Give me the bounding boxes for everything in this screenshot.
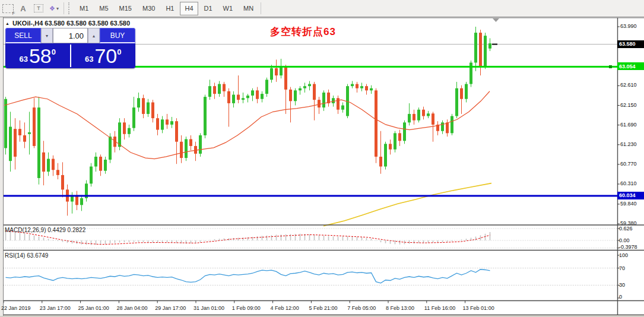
timeframe-buttons: M1M5M15M30H1H4D1W1MN — [74, 2, 259, 15]
timeframe-button-mn[interactable]: MN — [239, 2, 258, 15]
rsi-indicator-label: RSI(14) 63.6749 — [5, 252, 48, 259]
price-axis-tick: 60.310 — [620, 180, 637, 186]
time-axis-label: 13 Feb 01:00 — [463, 305, 494, 311]
timeframe-button-d1[interactable]: D1 — [199, 2, 217, 15]
resistance-price-tag: 63.054 — [617, 62, 644, 70]
timeframe-button-h1[interactable]: H1 — [161, 2, 179, 15]
time-axis-label: 29 Jan 17:00 — [155, 305, 186, 311]
time-axis-label: 7 Feb 05:00 — [347, 305, 376, 311]
rsi-axis-tick: 70 — [619, 265, 625, 271]
sell-button[interactable]: SELL — [5, 28, 41, 43]
time-axis-label: 28 Jan 04:00 — [116, 305, 147, 311]
one-click-trading-panel: SELL ▾ 1.00 ▴ BUY 63 58 0 63 70 0 — [5, 28, 135, 68]
rsi-axis-tick: 100 — [619, 252, 628, 258]
timeframe-button-m15[interactable]: M15 — [115, 2, 137, 15]
sell-price[interactable]: 63 58 0 — [5, 43, 70, 68]
macd-axis-tick: 0.00 — [619, 237, 630, 243]
price-axis-tick: 63.990 — [620, 23, 637, 29]
volume-decrease-button[interactable]: ▾ — [41, 28, 53, 43]
toolbar-drag-handle[interactable] — [68, 2, 72, 14]
time-axis-label: 11 Feb 16:00 — [424, 305, 455, 311]
toolbar-separator — [261, 2, 261, 14]
timeframe-button-h4[interactable]: H4 — [180, 2, 198, 15]
chart-annotation-text[interactable]: 多空转折点63 — [270, 25, 336, 39]
toolbar-separator — [64, 2, 64, 14]
price-axis-tick: 62.610 — [620, 82, 637, 88]
chevron-down-icon: ▾ — [56, 6, 59, 11]
time-axis-label: 5 Feb 21:00 — [309, 305, 337, 311]
window-left-border — [0, 17, 4, 316]
price-axis-tick: 61.690 — [620, 122, 637, 128]
text-box-tool-icon[interactable]: T — [31, 1, 46, 15]
timeframe-button-w1[interactable]: W1 — [218, 2, 238, 15]
timeframe-button-m5[interactable]: M5 — [94, 2, 113, 15]
macd-indicator-label: MACD(12,26,9) 0.4429 0.2822 — [5, 227, 85, 233]
rsi-axis-tick: 30 — [619, 282, 625, 288]
price-axis-tick: 61.230 — [620, 141, 637, 147]
time-axis-label: 8 Feb 13:00 — [386, 305, 414, 311]
buy-price[interactable]: 63 70 0 — [71, 43, 136, 68]
toolbar: F A T ❖ ▾ M1M5M15M30H1H4D1W1MN — [0, 0, 644, 17]
time-axis-label: 1 Feb 09:00 — [232, 305, 261, 311]
price-axis-tick: 59.840 — [620, 201, 637, 207]
symbol-expand-icon[interactable]: ▲ — [5, 21, 9, 26]
fibo-tool-icon[interactable]: F — [1, 1, 15, 15]
price-axis-tick: 60.770 — [620, 161, 637, 167]
text-label-tool-icon[interactable]: A — [16, 1, 30, 15]
time-axis-label: 31 Jan 01:00 — [193, 305, 224, 311]
timeframe-button-m30[interactable]: M30 — [138, 2, 160, 15]
macd-axis-tick: -0.3978 — [619, 244, 637, 250]
price-axis-tick: 62.150 — [620, 102, 637, 108]
time-axis-label: 22 Jan 2019 — [1, 305, 31, 311]
time-axis-label: 4 Feb 12:00 — [271, 305, 299, 311]
timeframe-button-m1[interactable]: M1 — [75, 2, 93, 15]
shapes-tool-icon[interactable]: ❖ ▾ — [47, 1, 61, 15]
mt4-window: F A T ❖ ▾ M1M5M15M30H1H4D1W1MN ▲ UKOil-,… — [0, 0, 644, 317]
chart-title: ▲ UKOil-,H4 63.580 63.580 63.580 63.580 — [5, 20, 130, 27]
buy-button[interactable]: BUY — [100, 28, 135, 43]
time-axis-label: 25 Jan 01:00 — [78, 305, 109, 311]
volume-input[interactable]: 1.00 — [53, 28, 88, 43]
current-price-tag: 63.580 — [617, 40, 644, 48]
macd-axis-tick: 0.626 — [619, 226, 633, 232]
volume-increase-button[interactable]: ▴ — [88, 28, 100, 43]
support-price-tag: 60.034 — [617, 192, 644, 199]
time-axis-label: 23 Jan 17:00 — [40, 305, 71, 311]
chart-window: ▲ UKOil-,H4 63.580 63.580 63.580 63.580 … — [0, 17, 644, 316]
rsi-axis-tick: 0 — [619, 294, 622, 300]
